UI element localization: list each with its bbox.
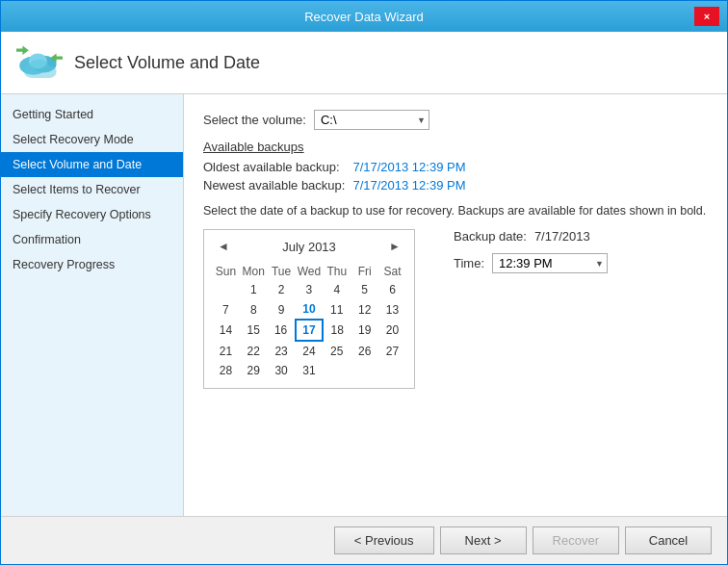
calendar-day	[212, 280, 240, 299]
calendar-prev-button[interactable]: ◄	[212, 238, 235, 255]
calendar-day[interactable]: 31	[296, 361, 324, 380]
calendar-next-button[interactable]: ►	[383, 238, 406, 255]
calendar-day[interactable]: 22	[240, 341, 268, 361]
calendar-day[interactable]: 13	[378, 299, 406, 320]
page-title: Select Volume and Date	[74, 53, 260, 73]
calendar-header-row: Sun Mon Tue Wed Thu Fri Sat	[212, 263, 406, 280]
calendar-day	[378, 361, 406, 380]
volume-label: Select the volume:	[203, 113, 306, 127]
calendar-day[interactable]: 14	[212, 320, 240, 341]
calendar-day[interactable]: 28	[212, 361, 240, 380]
time-select[interactable]: 12:39 PM	[492, 253, 608, 273]
time-label: Time:	[454, 256, 484, 270]
backup-date-section: Backup date: 7/17/2013 Time: 12:39 PM	[454, 229, 608, 273]
cancel-button[interactable]: Cancel	[625, 526, 712, 554]
calendar-day[interactable]: 29	[240, 361, 268, 380]
cal-header-thu: Thu	[323, 263, 351, 280]
header-icon	[16, 43, 63, 82]
cal-header-mon: Mon	[240, 263, 268, 280]
available-backups-section: Available backups Oldest available backu…	[203, 140, 708, 193]
cal-header-sat: Sat	[378, 263, 406, 280]
previous-label: < Previous	[354, 533, 414, 548]
calendar-nav: ◄ July 2013 ►	[212, 238, 406, 255]
sidebar: Getting Started Select Recovery Mode Sel…	[1, 94, 184, 516]
time-row: Time: 12:39 PM	[454, 253, 608, 273]
calendar-title: July 2013	[282, 240, 336, 254]
footer: < Previous Next > Recover Cancel	[1, 516, 727, 564]
cal-header-wed: Wed	[296, 263, 324, 280]
recover-label: Recover	[553, 533, 599, 548]
backup-date-label: Backup date:	[454, 229, 527, 244]
date-and-time-section: ◄ July 2013 ► Sun Mon Tue Wed Thu	[203, 229, 708, 389]
calendar-day[interactable]: 7	[212, 299, 240, 320]
calendar-day[interactable]: 11	[323, 299, 351, 320]
calendar-day[interactable]: 24	[296, 341, 324, 361]
calendar-day	[351, 361, 378, 380]
calendar-day[interactable]: 1	[240, 280, 268, 299]
calendar-day[interactable]: 20	[378, 320, 406, 341]
calendar-week-row: 21222324252627	[212, 341, 406, 361]
calendar-week-row: 14151617181920	[212, 320, 406, 341]
oldest-value: 7/17/2013 12:39 PM	[352, 160, 708, 174]
available-backups-title: Available backups	[203, 140, 708, 154]
calendar-week-row: 28293031	[212, 361, 406, 380]
calendar-day	[323, 361, 351, 380]
oldest-label: Oldest available backup:	[203, 160, 345, 174]
calendar-week-row: 78910111213	[212, 299, 406, 320]
time-select-wrapper[interactable]: 12:39 PM	[492, 253, 608, 273]
main-window: Recover Data Wizard × Select Volume and …	[0, 0, 728, 565]
volume-select[interactable]: C:\	[314, 110, 429, 130]
calendar-day[interactable]: 6	[378, 280, 406, 299]
sidebar-item-confirmation[interactable]: Confirmation	[1, 227, 183, 252]
sidebar-item-recovery-progress[interactable]: Recovery Progress	[1, 252, 183, 277]
volume-select-wrapper[interactable]: C:\	[314, 110, 429, 130]
backup-date-value: 7/17/2013	[534, 229, 590, 244]
cal-header-fri: Fri	[351, 263, 378, 280]
calendar: ◄ July 2013 ► Sun Mon Tue Wed Thu	[203, 229, 415, 389]
calendar-day[interactable]: 21	[212, 341, 240, 361]
date-description: Select the date of a backup to use for r…	[203, 204, 708, 218]
cal-header-tue: Tue	[268, 263, 296, 280]
backup-date-row: Backup date: 7/17/2013	[454, 229, 608, 244]
calendar-day[interactable]: 25	[323, 341, 351, 361]
close-button[interactable]: ×	[694, 7, 719, 26]
calendar-day[interactable]: 10	[296, 299, 324, 320]
previous-button[interactable]: < Previous	[334, 526, 434, 554]
sidebar-item-getting-started[interactable]: Getting Started	[1, 102, 183, 127]
next-label: Next >	[465, 533, 502, 548]
calendar-day[interactable]: 27	[378, 341, 406, 361]
calendar-day[interactable]: 8	[240, 299, 268, 320]
svg-marker-4	[16, 45, 29, 55]
next-button[interactable]: Next >	[440, 526, 527, 554]
recover-button[interactable]: Recover	[533, 526, 619, 554]
sidebar-item-specify-options[interactable]: Specify Recovery Options	[1, 202, 183, 227]
titlebar: Recover Data Wizard ×	[1, 1, 727, 32]
calendar-day[interactable]: 15	[240, 320, 268, 341]
calendar-day[interactable]: 26	[351, 341, 378, 361]
window-title: Recover Data Wizard	[34, 10, 694, 24]
sidebar-item-select-recovery-mode[interactable]: Select Recovery Mode	[1, 127, 183, 152]
calendar-day[interactable]: 19	[351, 320, 378, 341]
volume-row: Select the volume: C:\	[203, 110, 708, 130]
backup-info-grid: Oldest available backup: 7/17/2013 12:39…	[203, 160, 708, 193]
sidebar-item-select-items[interactable]: Select Items to Recover	[1, 177, 183, 202]
calendar-day[interactable]: 4	[323, 280, 351, 299]
newest-value: 7/17/2013 12:39 PM	[352, 178, 708, 193]
calendar-day[interactable]: 12	[351, 299, 378, 320]
calendar-day[interactable]: 3	[296, 280, 324, 299]
calendar-day[interactable]: 18	[323, 320, 351, 341]
header-area: Select Volume and Date	[1, 32, 727, 94]
content-area: Getting Started Select Recovery Mode Sel…	[1, 94, 727, 516]
calendar-day[interactable]: 5	[351, 280, 378, 299]
calendar-day[interactable]: 17	[296, 320, 324, 341]
sidebar-item-select-volume-date[interactable]: Select Volume and Date	[1, 152, 183, 177]
calendar-day[interactable]: 30	[268, 361, 296, 380]
calendar-grid: Sun Mon Tue Wed Thu Fri Sat 123456789101…	[212, 263, 406, 380]
calendar-day[interactable]: 9	[268, 299, 296, 320]
calendar-day[interactable]: 16	[268, 320, 296, 341]
cal-header-sun: Sun	[212, 263, 240, 280]
calendar-day[interactable]: 23	[268, 341, 296, 361]
cancel-label: Cancel	[649, 533, 688, 548]
calendar-week-row: 123456	[212, 280, 406, 299]
calendar-day[interactable]: 2	[268, 280, 296, 299]
